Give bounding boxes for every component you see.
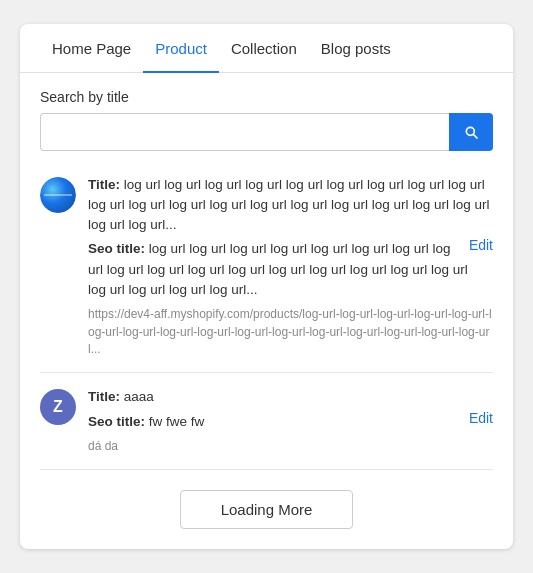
globe-avatar [40,177,76,213]
edit-button[interactable]: Edit [469,408,493,426]
list-item: Z Title: aaaa Seo title: fw fwe fw Edit … [40,373,493,470]
seo-value: log url log url log url log url log url … [88,241,468,297]
avatar: Z [40,389,76,425]
tab-home-page[interactable]: Home Page [40,24,143,73]
title-value: log url log url log url log url log url … [88,177,489,233]
search-section: Search by title [20,73,513,161]
item-list: Title: log url log url log url log url l… [20,161,513,471]
item-content: Title: log url log url log url log url l… [88,175,493,359]
main-card: Home Page Product Collection Blog posts … [20,24,513,550]
search-button[interactable] [449,113,493,151]
title-label: Title: [88,389,120,404]
search-label: Search by title [40,89,493,105]
avatar [40,177,76,213]
seo-label: Seo title: [88,414,145,429]
seo-label: Seo title: [88,241,145,256]
seo-value: fw fwe fw [149,414,205,429]
loading-more-section: Loading More [20,470,513,549]
search-row [40,113,493,151]
loading-more-button[interactable]: Loading More [180,490,354,529]
item-seo-row: Seo title: log url log url log url log u… [88,235,493,300]
list-item: Title: log url log url log url log url l… [40,161,493,374]
tab-blog-posts[interactable]: Blog posts [309,24,403,73]
item-plain-url: dá da [88,438,493,455]
item-seo-row: Seo title: fw fwe fw Edit [88,408,493,432]
search-icon [463,124,479,140]
item-url: https://dev4-aff.myshopify.com/products/… [88,306,493,358]
title-value: aaaa [124,389,154,404]
title-label: Title: [88,177,120,192]
item-seo: Seo title: log url log url log url log u… [88,239,469,300]
edit-button[interactable]: Edit [469,235,493,253]
item-title: Title: log url log url log url log url l… [88,175,493,236]
search-input[interactable] [40,113,449,151]
tab-bar: Home Page Product Collection Blog posts [20,24,513,73]
item-content: Title: aaaa Seo title: fw fwe fw Edit dá… [88,387,493,455]
tab-collection[interactable]: Collection [219,24,309,73]
tab-product[interactable]: Product [143,24,219,73]
item-seo: Seo title: fw fwe fw [88,412,469,432]
z-avatar: Z [40,389,76,425]
item-title: Title: aaaa [88,387,493,407]
